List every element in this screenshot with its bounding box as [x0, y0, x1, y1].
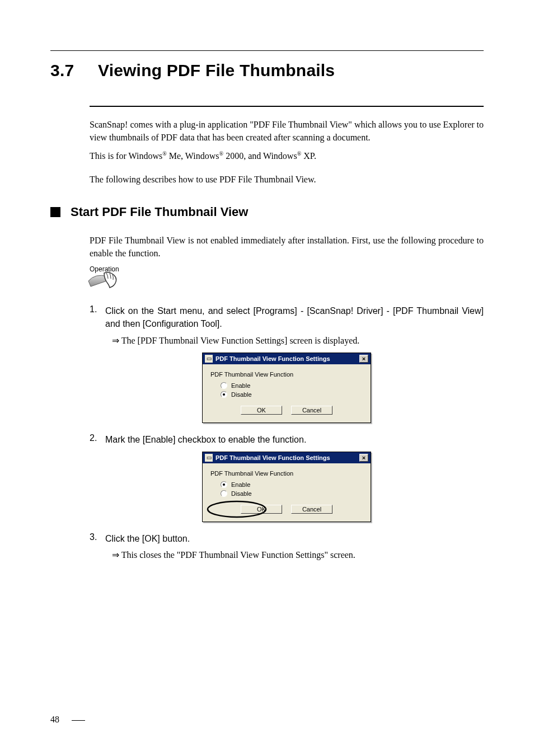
subsection-heading: Start PDF File Thumbnail View	[71, 205, 248, 219]
cancel-button[interactable]: Cancel	[291, 406, 332, 415]
step-text: Click the [OK] button.	[105, 532, 190, 545]
step-number: 3.	[90, 532, 105, 545]
page-number: 48	[50, 715, 85, 725]
step-number: 1.	[90, 304, 105, 330]
header-rule	[50, 50, 484, 51]
subsection-heading-row: Start PDF File Thumbnail View	[50, 205, 484, 219]
subsection-body: PDF File Thumbnail View is not enabled i…	[90, 234, 484, 260]
reg-mark-2: ®	[219, 151, 224, 157]
mouse-hand-icon	[87, 270, 484, 297]
step-text: Click on the Start menu, and select [Pro…	[105, 304, 484, 330]
app-icon: ▭	[205, 454, 213, 462]
step-number: 2.	[90, 433, 105, 446]
intro-2-mid1: Me, Windows	[167, 151, 219, 161]
intro-paragraph-2: This is for Windows® Me, Windows® 2000, …	[90, 149, 484, 162]
step-2: 2. Mark the [Enable] checkbox to enable …	[90, 433, 484, 446]
dialog-title: PDF Thumbnail View Function Settings	[216, 454, 359, 461]
step-3-result: ⇒ This closes the "PDF Thumbnail View Fu…	[112, 548, 484, 561]
group-label: PDF Thumbnail View Function	[210, 371, 363, 378]
section-number: 3.7	[50, 61, 74, 79]
section-title: Viewing PDF File Thumbnails	[98, 61, 335, 79]
step-text: Mark the [Enable] checkbox to enable the…	[105, 433, 306, 446]
page-number-value: 48	[50, 715, 59, 724]
intro-paragraph-3: The following describes how to use PDF F…	[90, 173, 484, 186]
group-label: PDF Thumbnail View Function	[210, 470, 363, 477]
intro-2-mid2: 2000, and Windows	[223, 151, 297, 161]
radio-enable[interactable]	[221, 382, 227, 389]
radio-enable-row[interactable]: Enable	[221, 382, 363, 389]
step-1-result: ⇒ The [PDF Thumbnail View Function Setti…	[112, 334, 484, 347]
settings-dialog-2: ▭ PDF Thumbnail View Function Settings ×…	[202, 452, 371, 522]
radio-enable-row[interactable]: Enable	[221, 481, 363, 488]
intro-2-prefix: This is for Windows	[90, 151, 162, 161]
step-1: 1. Click on the Start menu, and select […	[90, 304, 484, 330]
dialog-titlebar[interactable]: ▭ PDF Thumbnail View Function Settings ×	[203, 452, 371, 463]
dialog-title: PDF Thumbnail View Function Settings	[216, 355, 359, 362]
radio-disable-row[interactable]: Disable	[221, 391, 363, 398]
square-bullet-icon	[50, 207, 60, 217]
radio-disable-label: Disable	[231, 391, 252, 398]
radio-enable[interactable]	[221, 481, 227, 488]
page-number-rule	[72, 720, 85, 721]
radio-enable-label: Enable	[231, 382, 250, 389]
result-arrow-icon: ⇒	[112, 336, 119, 345]
intro-1a: ScanSnap! comes with a plug-in applicati…	[90, 120, 441, 129]
result-text: This closes the "PDF Thumbnail View Func…	[121, 550, 355, 560]
intro-2-suffix: XP.	[301, 151, 316, 161]
settings-dialog-1: ▭ PDF Thumbnail View Function Settings ×…	[202, 353, 371, 423]
step-3: 3. Click the [OK] button.	[90, 532, 484, 545]
app-icon: ▭	[205, 355, 213, 363]
ok-button[interactable]: OK	[241, 406, 282, 415]
result-text: The [PDF Thumbnail View Function Setting…	[121, 336, 360, 345]
reg-mark-1: ®	[162, 151, 167, 157]
radio-disable[interactable]	[221, 490, 227, 497]
dialog-titlebar[interactable]: ▭ PDF Thumbnail View Function Settings ×	[203, 353, 371, 364]
radio-enable-label: Enable	[231, 481, 250, 488]
radio-disable[interactable]	[221, 391, 227, 398]
result-arrow-icon: ⇒	[112, 550, 119, 560]
cancel-button[interactable]: Cancel	[291, 505, 332, 514]
close-icon[interactable]: ×	[359, 454, 368, 462]
ok-button[interactable]: OK	[241, 505, 282, 514]
section-heading: 3.7 Viewing PDF File Thumbnails	[50, 61, 484, 80]
radio-disable-label: Disable	[231, 490, 252, 497]
close-icon[interactable]: ×	[359, 355, 368, 363]
intro-paragraph-1: ScanSnap! comes with a plug-in applicati…	[90, 118, 484, 144]
radio-disable-row[interactable]: Disable	[221, 490, 363, 497]
section-rule	[90, 106, 484, 107]
